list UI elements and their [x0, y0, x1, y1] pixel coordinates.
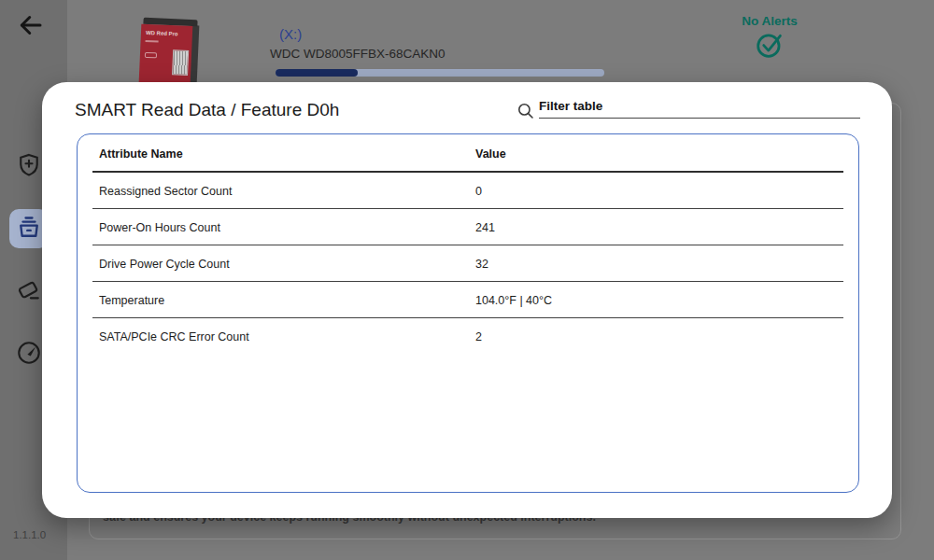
attribute-value-cell: 241 [475, 221, 495, 234]
table-row[interactable]: SATA/PCIe CRC Error Count 2 [92, 318, 843, 355]
back-button[interactable] [17, 11, 45, 39]
column-header-attribute: Attribute Name [99, 147, 183, 161]
sidebar-item-performance[interactable] [16, 340, 42, 366]
attribute-value-cell: 104.0°F | 40°C [475, 294, 552, 307]
drive-image: WD Red Pro [138, 18, 199, 91]
attribute-name-cell: Drive Power Cycle Count [99, 258, 230, 271]
shield-plus-icon [16, 152, 42, 178]
gauge-icon [16, 340, 42, 366]
drive-image-subline [146, 40, 159, 43]
attribute-name-cell: Reassigned Sector Count [99, 185, 232, 198]
drive-letter: (X:) [279, 26, 302, 42]
table-row[interactable]: Drive Power Cycle Count 32 [92, 245, 843, 282]
smart-attributes-table: Attribute Name Value Reassigned Sector C… [77, 133, 859, 493]
app-window: 1.1.1.0 WD Red Pro (X:) WDC WD8005FFBX-6… [0, 0, 934, 560]
table-row[interactable]: Power-On Hours Count 241 [92, 209, 843, 245]
eraser-icon [15, 277, 42, 304]
attribute-name-cell: SATA/PCIe CRC Error Count [99, 330, 249, 343]
capacity-progress-track [276, 69, 604, 77]
dialog-title: SMART Read Data / Feature D0h [75, 100, 339, 120]
column-header-value: Value [475, 147, 506, 161]
sidebar-item-erase-drive[interactable] [16, 215, 42, 241]
sidebar-item-eraser[interactable] [15, 277, 42, 304]
smart-data-dialog: SMART Read Data / Feature D0h Attribute … [42, 82, 892, 518]
filter-table-input[interactable] [539, 94, 860, 119]
search-icon [517, 103, 534, 119]
sidebar-item-status[interactable] [16, 152, 42, 178]
table-row[interactable]: Temperature 104.0°F | 40°C [92, 282, 843, 318]
attribute-value-cell: 2 [475, 330, 482, 343]
attribute-value-cell: 32 [475, 258, 488, 271]
drive-image-barcode [172, 49, 189, 76]
progress-fill [276, 69, 358, 77]
back-arrow-icon [17, 11, 45, 39]
attribute-name-cell: Temperature [99, 294, 164, 307]
drive-image-badge [145, 52, 157, 59]
table-row[interactable]: Reassigned Sector Count 0 [92, 173, 843, 209]
drive-image-label-face: WD Red Pro [139, 24, 193, 86]
check-circle-icon[interactable] [755, 30, 785, 60]
drive-model: WDC WD8005FFBX-68CAKN0 [270, 47, 446, 61]
table-header-row: Attribute Name Value [92, 134, 843, 173]
app-version: 1.1.1.0 [13, 529, 46, 540]
no-alerts-label: No Alerts [717, 14, 822, 28]
erase-drive-icon [16, 215, 42, 241]
attribute-name-cell: Power-On Hours Count [99, 221, 220, 234]
attribute-value-cell: 0 [475, 185, 482, 198]
drive-image-brand-text: WD Red Pro [146, 30, 178, 37]
